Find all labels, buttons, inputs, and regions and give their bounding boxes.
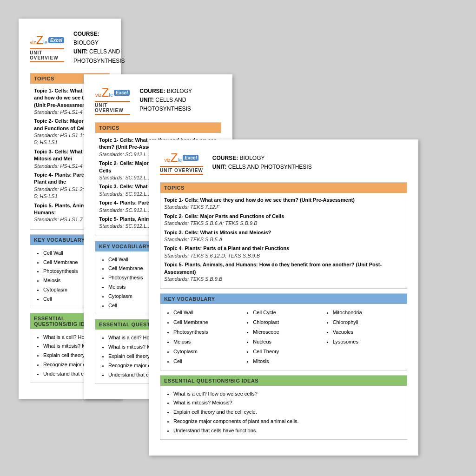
vocab-item: Lysosomes [333,337,403,347]
unit-overview-label-3: UNIT OVERVIEW [160,166,203,175]
unit-label-1: UNIT: [73,48,88,55]
course-info-2: COURSE: Biology UNIT: Cells and Photosyn… [139,87,221,114]
topic-3-5: Topic 5- Plants, Animals, and Humans: Ho… [164,261,403,283]
essential-item: What is mitosis? Meiosis? [173,398,403,408]
topic-3-4: Topic 4- Plants: Parts of a Plant and th… [164,245,403,259]
essential-item: Explain cell theory and the cell cycle. [173,408,403,417]
topic-3-3-std: Standards: TEKS S.B.5.A [164,236,403,243]
unit-line-3: UNIT: Cells and Photosynthesis [212,163,312,172]
topics-body-3: Topic 1- Cells: What are they and how do… [160,193,407,288]
unit-label-3: UNIT: [212,164,227,170]
course-label-2: COURSE: [139,88,165,94]
logo-z-3: Z [171,151,178,165]
logo-excel-2: Excel [114,90,130,96]
main-wrapper: vizZleExcel UNIT OVERVIEW COURSE: Biolog… [9,9,432,465]
logo-2: vizZleExcel [95,86,130,100]
course-value-3: Biology [240,155,265,161]
vocab-item: Cytoplasm [173,347,244,357]
topic-3-2-title: Topic 2- Cells: Major Parts and Function… [164,213,403,220]
vocab-item: Nucleus [253,337,323,347]
course-info-3: COURSE: Biology UNIT: Cells and Photosyn… [212,154,312,172]
vocab-item: Cell [173,357,244,366]
course-info-1: COURSE: Biology UNIT: Cells and Photosyn… [73,30,125,66]
essential-item: Understand that cells have functions. [173,426,403,436]
essential-item: What is a cell? How do we see cells? [173,390,403,399]
logo-le-1: le [43,40,47,45]
course-line-1: COURSE: Biology [73,30,125,47]
logo-3: vizZleExcel [164,151,198,165]
topic-3-3-title: Topic 3- Cells: What is Mitosis and Meio… [164,229,403,236]
topic-3-1-title: Topic 1- Cells: What are they and how do… [164,197,403,204]
logo-z-2: Z [102,86,109,99]
course-value-1: Biology [73,40,99,46]
course-line-3: COURSE: Biology [212,154,312,163]
logo-area-2: vizZleExcel UNIT OVERVIEW [95,86,130,115]
topic-3-4-std: Standards: TEKS S.6.12.D; TEKS S.B.9.B [164,252,403,259]
unit-overview-label-1: UNIT OVERVIEW [30,48,64,62]
essential-list-3: What is a cell? How do we see cells? Wha… [164,390,403,436]
unit-label-2: UNIT: [139,97,154,103]
page-3: vizZleExcel UNIT OVERVIEW COURSE: Biolog… [149,139,418,456]
logo-viz-2: viz [95,92,101,98]
vocab-item: Photosynthesis [173,327,244,337]
topics-header-2: TOPICS [95,123,221,133]
topic-3-5-title: Topic 5- Plants, Animals, and Humans: Ho… [164,261,403,276]
topic-3-5-std: Standards: TEKS S.B.9.B [164,276,403,283]
vocab-col-2: Cell Cycle Chloroplast Microscope Nucleu… [244,308,323,366]
essential-section-3: ESSENTIAL QUESTIONS/BIG IDEAS What is a … [160,375,407,440]
vocab-header-3: KEY VOCABULARY [160,294,407,304]
essential-item: Recognize major components of plant and … [173,417,403,426]
vocab-item: Vacuoles [333,327,403,337]
topic-3-3: Topic 3- Cells: What is Mitosis and Meio… [164,229,403,244]
vocab-item: Cell Membrane [173,317,244,327]
logo-viz-3: viz [164,157,170,163]
vocab-col-1: Cell Wall Cell Membrane Photosynthesis M… [164,308,244,366]
course-label-1: COURSE: [73,31,99,37]
topics-section-3: TOPICS Topic 1- Cells: What are they and… [160,182,407,289]
logo-le-2: le [109,92,113,98]
vocab-item: Mitochondria [333,308,403,317]
topic-3-1: Topic 1- Cells: What are they and how do… [164,197,403,211]
logo-excel-1: Excel [48,37,64,43]
unit-line-2: UNIT: Cells and Photosynthesis [139,96,221,113]
logo-z-1: Z [36,33,43,47]
header-2: vizZleExcel UNIT OVERVIEW COURSE: Biolog… [95,86,221,115]
vocab-item: Microscope [253,327,323,337]
vocab-item: Cell Cycle [253,308,323,317]
vocab-item: Cell Theory [253,347,323,357]
topic-3-2-std: Standards: TEKS S.B.6.A; TEKS S.B.9.B [164,220,403,227]
logo-viz-1: viz [30,40,36,45]
vocab-grid-3: Cell Wall Cell Membrane Photosynthesis M… [164,308,403,366]
essential-header-3: ESSENTIAL QUESTIONS/BIG IDEAS [160,376,407,386]
essential-body-3: What is a cell? How do we see cells? Wha… [160,386,407,439]
course-line-2: COURSE: Biology [139,87,221,96]
vocab-item: Chlorophyll [333,317,403,327]
course-label-3: COURSE: [212,155,238,161]
topic-3-4-title: Topic 4- Plants: Parts of a Plant and th… [164,245,403,252]
unit-overview-label-2: UNIT OVERVIEW [95,101,130,115]
logo-area-1: vizZleExcel UNIT OVERVIEW [30,33,64,62]
vocab-item: Mitosis [253,357,323,366]
unit-line-1: UNIT: Cells and Photosynthesis [73,47,125,65]
course-value-2: Biology [167,88,192,94]
vocab-item: Meiosis [173,337,244,347]
vocab-item: Chloroplast [253,317,323,327]
topics-header-3: TOPICS [160,183,407,193]
vocab-col-3: Mitochondria Chlorophyll Vacuoles Lysoso… [324,308,403,366]
vocab-section-3: KEY VOCABULARY Cell Wall Cell Membrane P… [160,293,407,370]
logo-excel-3: Excel [183,155,198,161]
logo-area-3: vizZleExcel UNIT OVERVIEW [160,151,203,175]
vocab-item: Cell Wall [173,308,244,317]
logo-1: vizZleExcel [30,33,64,47]
logo-le-3: le [178,157,182,163]
header-1: vizZleExcel UNIT OVERVIEW COURSE: Biolog… [30,30,110,66]
topic-3-1-std: Standards: TEKS 7.12.F [164,204,403,211]
topic-3-2: Topic 2- Cells: Major Parts and Function… [164,213,403,227]
header-3: vizZleExcel UNIT OVERVIEW COURSE: Biolog… [160,151,407,175]
unit-value-3: Cells and Photosynthesis [228,164,312,170]
vocab-body-3: Cell Wall Cell Membrane Photosynthesis M… [160,304,407,370]
